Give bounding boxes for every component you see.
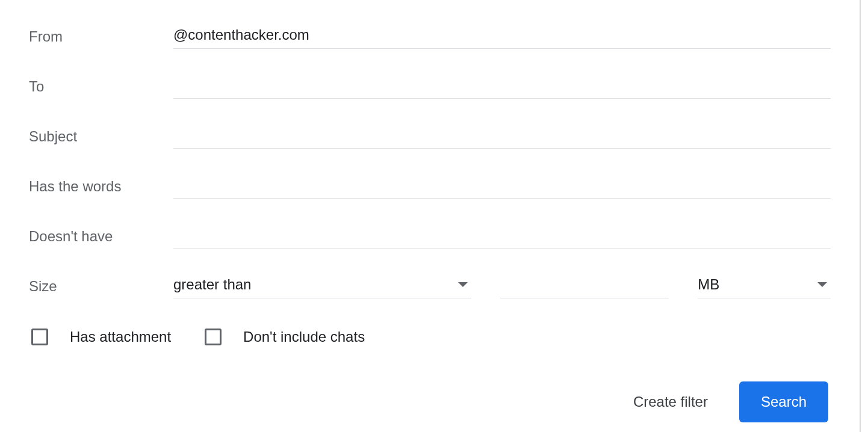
has-words-row: Has the words xyxy=(29,174,831,199)
search-filter-panel: From To Subject Has the words Doesn't ha… xyxy=(0,0,861,432)
exclude-chats-checkbox-item[interactable]: Don't include chats xyxy=(205,329,365,345)
doesnt-have-label: Doesn't have xyxy=(29,228,173,245)
from-input[interactable] xyxy=(173,24,831,49)
checkbox-row: Has attachment Don't include chats xyxy=(29,329,831,345)
has-attachment-checkbox-item[interactable]: Has attachment xyxy=(31,329,171,345)
from-row: From xyxy=(29,24,831,49)
exclude-chats-label: Don't include chats xyxy=(243,329,365,345)
subject-row: Subject xyxy=(29,124,831,149)
from-label: From xyxy=(29,28,173,45)
to-label: To xyxy=(29,78,173,95)
size-value-input[interactable] xyxy=(500,274,669,298)
doesnt-have-row: Doesn't have xyxy=(29,224,831,248)
create-filter-button[interactable]: Create filter xyxy=(631,387,710,416)
caret-down-icon xyxy=(817,282,827,287)
size-comparator-select[interactable]: greater than xyxy=(173,274,471,298)
size-unit-select[interactable]: MB xyxy=(698,274,831,298)
has-words-input[interactable] xyxy=(173,174,831,199)
action-row: Create filter Search xyxy=(29,381,831,422)
caret-down-icon xyxy=(458,282,468,287)
size-label: Size xyxy=(29,278,173,295)
has-attachment-label: Has attachment xyxy=(70,329,171,345)
doesnt-have-input[interactable] xyxy=(173,224,831,248)
search-button[interactable]: Search xyxy=(739,381,828,422)
subject-input[interactable] xyxy=(173,124,831,149)
size-comparator-value: greater than xyxy=(173,276,458,293)
exclude-chats-checkbox[interactable] xyxy=(205,329,222,345)
size-row: Size greater than MB xyxy=(29,274,831,298)
subject-label: Subject xyxy=(29,128,173,145)
to-row: To xyxy=(29,74,831,99)
has-attachment-checkbox[interactable] xyxy=(31,329,48,345)
has-words-label: Has the words xyxy=(29,178,173,195)
size-unit-value: MB xyxy=(698,276,817,293)
to-input[interactable] xyxy=(173,74,831,99)
